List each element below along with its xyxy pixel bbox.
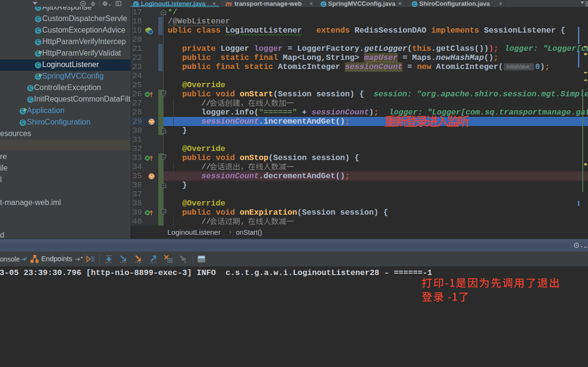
svg-text:C: C [36,39,40,45]
svg-text:C: C [322,2,325,7]
svg-text:C: C [36,51,40,56]
svg-text:C: C [36,28,40,33]
svg-text:C: C [29,85,32,91]
svg-text:C: C [149,31,152,34]
svg-text:C: C [36,74,40,79]
svg-text:C: C [21,108,24,114]
svg-text:C: C [413,2,416,7]
svg-text:C: C [21,120,24,125]
svg-text:C: C [29,97,32,102]
svg-text:C: C [134,2,138,7]
svg-text:C: C [36,16,40,22]
svg-text:C: C [36,62,40,68]
